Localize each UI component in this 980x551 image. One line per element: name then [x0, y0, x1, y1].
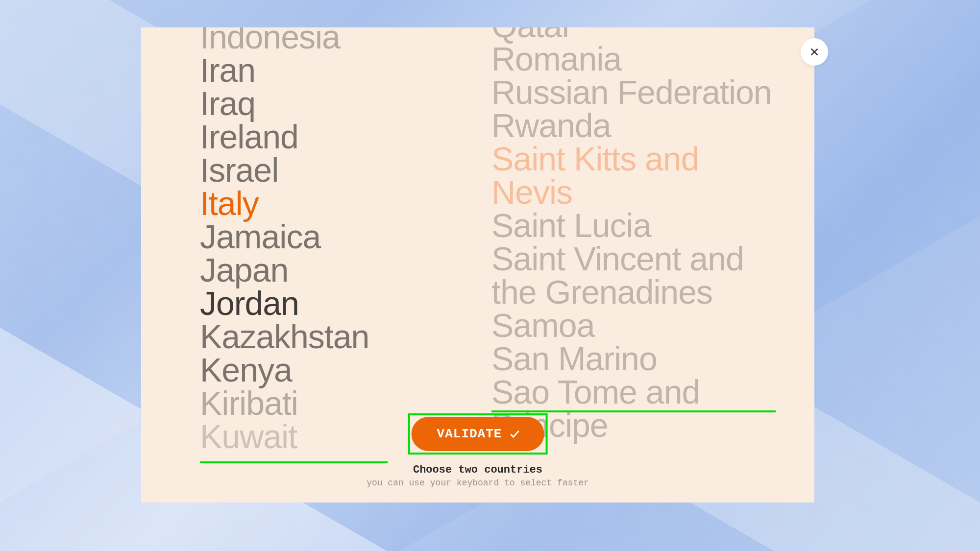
- validate-button-label: VALIDATE: [437, 427, 502, 441]
- country-item[interactable]: Samoa: [491, 309, 776, 342]
- country-item[interactable]: Jordan: [200, 287, 388, 320]
- country-item[interactable]: Iraq: [200, 87, 388, 120]
- country-item[interactable]: Rwanda: [491, 109, 776, 142]
- validate-button[interactable]: VALIDATE: [412, 417, 544, 451]
- country-item[interactable]: Saint Kitts and Nevis: [491, 142, 776, 209]
- country-item[interactable]: Kuwait: [200, 420, 388, 453]
- instruction-hint: you can use your keyboard to select fast…: [141, 478, 814, 488]
- country-item[interactable]: Kazakhstan: [200, 320, 388, 353]
- instruction-title: Choose two countries: [141, 464, 814, 476]
- country-item[interactable]: Iran: [200, 53, 388, 87]
- country-item[interactable]: Kenya: [200, 353, 388, 386]
- country-item[interactable]: Japan: [200, 253, 388, 287]
- close-icon: [809, 47, 820, 57]
- instruction-footer: Choose two countries you can use your ke…: [141, 464, 814, 488]
- country-item[interactable]: Israel: [200, 153, 388, 187]
- country-item[interactable]: Russian Federation: [491, 75, 776, 109]
- country-item[interactable]: Italy: [200, 187, 388, 220]
- checkmark-icon: [509, 428, 520, 440]
- country-item[interactable]: Indonesia: [200, 27, 388, 53]
- country-item[interactable]: Kiribati: [200, 386, 388, 420]
- country-picker-panel: IndonesiaIranIraqIrelandIsraelItalyJamai…: [141, 27, 814, 503]
- country-item[interactable]: Saint Vincent and the Grenadines: [491, 242, 776, 309]
- country-item[interactable]: Jamaica: [200, 220, 388, 253]
- country-list-left[interactable]: IndonesiaIranIraqIrelandIsraelItalyJamai…: [200, 27, 388, 503]
- country-item[interactable]: Romania: [491, 42, 776, 75]
- close-button[interactable]: [801, 38, 828, 66]
- country-item[interactable]: San Marino: [491, 342, 776, 375]
- country-item[interactable]: Ireland: [200, 120, 388, 153]
- country-item[interactable]: Saint Lucia: [491, 209, 776, 242]
